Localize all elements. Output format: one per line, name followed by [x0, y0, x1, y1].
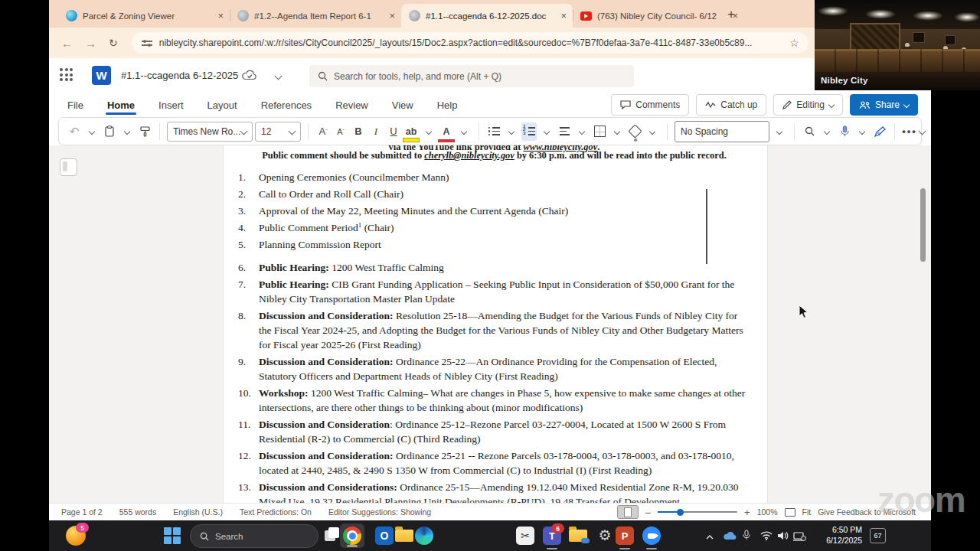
- onedrive-folder-icon[interactable]: [569, 530, 587, 542]
- tray-chevron-icon[interactable]: [706, 530, 714, 543]
- address-bar[interactable]: nibleycity.sharepoint.com/:w:/r/sites/Ci…: [132, 32, 808, 54]
- scrollbar[interactable]: [920, 188, 926, 262]
- tab-close-icon[interactable]: ×: [217, 11, 224, 21]
- grow-font-icon[interactable]: Aˆ: [315, 122, 331, 141]
- shading-chevron[interactable]: [645, 122, 660, 141]
- collapse-ribbon-icon[interactable]: [919, 128, 926, 135]
- word-logo-icon[interactable]: W: [92, 66, 111, 85]
- bullets-chevron[interactable]: [504, 122, 519, 141]
- font-name-select[interactable]: Times New Ro...: [167, 122, 253, 142]
- chrome-active-box[interactable]: [340, 523, 364, 548]
- style-select[interactable]: No Spacing: [675, 121, 769, 142]
- new-tab-button[interactable]: +: [727, 7, 735, 22]
- font-color-button[interactable]: A: [439, 122, 454, 141]
- undo-chevron[interactable]: [84, 122, 100, 141]
- format-painter-icon[interactable]: [137, 122, 152, 141]
- font-size-select[interactable]: 12: [255, 122, 301, 142]
- style-chevron[interactable]: [772, 122, 787, 141]
- device-sync-icon[interactable]: [793, 530, 806, 544]
- council-video-feed[interactable]: Nibley City: [815, 0, 980, 90]
- forward-button[interactable]: →: [85, 37, 96, 50]
- menu-tab-layout[interactable]: Layout: [206, 99, 239, 111]
- numbering-chevron[interactable]: [539, 122, 554, 141]
- site-settings-icon[interactable]: [142, 37, 152, 48]
- volume-icon[interactable]: [777, 530, 789, 543]
- bullets-icon[interactable]: [486, 122, 501, 141]
- app-launcher-icon[interactable]: [60, 68, 74, 82]
- snipping-tool-icon[interactable]: ✂: [516, 527, 534, 545]
- highlight-button[interactable]: ab: [403, 122, 419, 141]
- menu-tab-help[interactable]: Help: [436, 99, 459, 111]
- menu-tab-home[interactable]: Home: [106, 99, 136, 111]
- powerpoint-icon[interactable]: P: [616, 527, 634, 545]
- status-item[interactable]: English (U.S.): [173, 507, 223, 517]
- menu-tab-references[interactable]: References: [260, 99, 313, 111]
- zoom-level[interactable]: 100%: [757, 507, 778, 517]
- menu-tab-review[interactable]: Review: [334, 99, 370, 111]
- share-button[interactable]: Share: [850, 94, 918, 116]
- underline-button[interactable]: U: [386, 122, 401, 141]
- fit-button[interactable]: Fit: [802, 507, 812, 517]
- bookmark-star-icon[interactable]: ☆: [789, 37, 799, 49]
- wifi-icon[interactable]: [760, 530, 773, 543]
- start-button[interactable]: [164, 527, 182, 546]
- browser-tab[interactable]: (763) Nibley City Council- 6/12×: [573, 4, 744, 28]
- editing-mode-button[interactable]: Editing: [773, 94, 843, 116]
- alignment-chevron[interactable]: [574, 122, 590, 141]
- browser-tab[interactable]: #1.1--ccagenda 6-12-2025.doc×: [401, 4, 573, 28]
- status-item[interactable]: Text Predictions: On: [240, 507, 312, 517]
- menu-tab-view[interactable]: View: [390, 99, 415, 111]
- find-icon[interactable]: [802, 122, 817, 141]
- borders-icon[interactable]: [592, 122, 607, 141]
- browser-tab[interactable]: #1.2--Agenda Item Report 6-1×: [230, 4, 401, 28]
- alignment-icon[interactable]: [557, 122, 572, 141]
- find-chevron[interactable]: [819, 122, 835, 141]
- tab-close-icon[interactable]: ×: [389, 11, 395, 21]
- tray-badge-icon[interactable]: 67: [870, 528, 886, 543]
- undo-icon[interactable]: ↶: [67, 122, 82, 141]
- more-options-icon[interactable]: •••: [902, 122, 917, 141]
- shrink-font-icon[interactable]: Aˇ: [333, 122, 348, 141]
- document-title[interactable]: #1.1--ccagenda 6-12-2025: [121, 70, 238, 81]
- dictate-chevron[interactable]: [854, 122, 870, 141]
- edge-icon[interactable]: [415, 527, 433, 545]
- zoom-app-icon[interactable]: [642, 527, 661, 545]
- status-item[interactable]: Editor Suggestions: Showing: [328, 507, 431, 517]
- dictate-icon[interactable]: [837, 122, 852, 141]
- editor-icon[interactable]: [872, 122, 887, 141]
- catch-up-button[interactable]: Catch up: [696, 94, 766, 116]
- borders-chevron[interactable]: [609, 122, 625, 141]
- zoom-in-button[interactable]: +: [744, 507, 750, 518]
- paste-icon[interactable]: [102, 122, 117, 141]
- settings-icon[interactable]: ⚙: [596, 526, 614, 544]
- mic-tray-icon[interactable]: [743, 530, 750, 543]
- url-text[interactable]: nibleycity.sharepoint.com/:w:/r/sites/Ci…: [159, 37, 783, 48]
- highlight-chevron[interactable]: [421, 122, 436, 141]
- paste-chevron[interactable]: [119, 122, 135, 141]
- search-input[interactable]: Search for tools, help, and more (Alt + …: [309, 65, 634, 87]
- title-chevron-icon[interactable]: [275, 73, 283, 80]
- italic-button[interactable]: I: [368, 122, 384, 141]
- comments-button[interactable]: Comments: [611, 94, 689, 116]
- browser-tab[interactable]: Parcel & Zoning Viewer×: [58, 4, 230, 28]
- zoom-out-button[interactable]: –: [645, 507, 651, 518]
- back-button[interactable]: ←: [61, 37, 73, 50]
- reload-button[interactable]: ↻: [109, 37, 118, 49]
- tab-close-icon[interactable]: ×: [560, 11, 567, 21]
- status-item[interactable]: Page 1 of 2: [61, 507, 103, 517]
- bold-button[interactable]: B: [351, 122, 366, 141]
- chrome-icon[interactable]: [343, 527, 361, 545]
- menu-tab-file[interactable]: File: [66, 99, 85, 111]
- shading-icon[interactable]: [627, 122, 642, 141]
- menu-tab-insert[interactable]: Insert: [157, 99, 185, 111]
- pane-toggle-icon[interactable]: [60, 158, 77, 176]
- notification-app-icon[interactable]: 5: [66, 526, 86, 546]
- clock[interactable]: 6:50 PM 6/12/2025: [808, 524, 862, 546]
- taskbar-search[interactable]: Search: [190, 524, 318, 548]
- outlook-icon[interactable]: O: [375, 527, 394, 545]
- font-color-chevron[interactable]: [456, 122, 472, 141]
- zoom-slider[interactable]: [658, 511, 737, 514]
- status-item[interactable]: 555 words: [119, 507, 156, 517]
- teams-icon[interactable]: T 6: [543, 527, 561, 545]
- document-page[interactable]: via the YouTube link provided at www.nib…: [224, 145, 767, 504]
